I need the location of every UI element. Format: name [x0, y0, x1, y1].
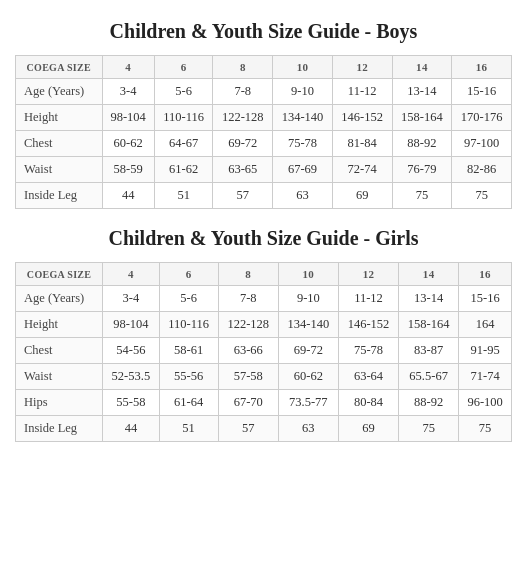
table-cell: 60-62	[102, 131, 154, 157]
table-cell: 57	[218, 416, 278, 442]
col-header-12: 12	[338, 263, 398, 286]
table-cell: 82-86	[452, 157, 512, 183]
row-label: Height	[16, 105, 103, 131]
table-row: Chest54-5658-6163-6669-7275-7883-8791-95	[16, 338, 512, 364]
table-cell: 91-95	[459, 338, 512, 364]
table-cell: 110-116	[154, 105, 213, 131]
girls-section-title: Children & Youth Size Guide - Girls	[15, 227, 512, 250]
table-cell: 75	[452, 183, 512, 209]
table-cell: 98-104	[102, 105, 154, 131]
table-cell: 58-61	[159, 338, 218, 364]
row-label: Height	[16, 312, 103, 338]
table-row: Inside Leg44515763697575	[16, 183, 512, 209]
table-row: Age (Years)3-45-67-89-1011-1213-1415-16	[16, 286, 512, 312]
table-cell: 158-164	[392, 105, 452, 131]
col-header-16: 16	[452, 56, 512, 79]
table-cell: 9-10	[273, 79, 333, 105]
table-cell: 110-116	[159, 312, 218, 338]
table-cell: 54-56	[103, 338, 159, 364]
row-label: Inside Leg	[16, 416, 103, 442]
table-cell: 3-4	[102, 79, 154, 105]
boys-size-table: COEGA SIZE46810121416 Age (Years)3-45-67…	[15, 55, 512, 209]
col-header-8: 8	[213, 56, 273, 79]
table-cell: 158-164	[399, 312, 459, 338]
col-header-4: 4	[103, 263, 159, 286]
table-cell: 63-65	[213, 157, 273, 183]
table-cell: 69	[332, 183, 392, 209]
table-row: Height98-104110-116122-128134-140146-152…	[16, 312, 512, 338]
table-cell: 75	[392, 183, 452, 209]
table-cell: 63	[278, 416, 338, 442]
table-cell: 71-74	[459, 364, 512, 390]
table-cell: 15-16	[459, 286, 512, 312]
col-header-4: 4	[102, 56, 154, 79]
table-cell: 57	[213, 183, 273, 209]
table-cell: 69-72	[278, 338, 338, 364]
table-cell: 73.5-77	[278, 390, 338, 416]
table-cell: 98-104	[103, 312, 159, 338]
table-cell: 146-152	[338, 312, 398, 338]
coega-size-header: COEGA SIZE	[16, 263, 103, 286]
table-row: Height98-104110-116122-128134-140146-152…	[16, 105, 512, 131]
table-cell: 5-6	[159, 286, 218, 312]
col-header-16: 16	[459, 263, 512, 286]
table-row: Inside Leg44515763697575	[16, 416, 512, 442]
table-cell: 13-14	[399, 286, 459, 312]
table-row: Waist52-53.555-5657-5860-6263-6465.5-677…	[16, 364, 512, 390]
row-label: Age (Years)	[16, 286, 103, 312]
row-label: Hips	[16, 390, 103, 416]
row-label: Waist	[16, 364, 103, 390]
girls-size-table: COEGA SIZE46810121416 Age (Years)3-45-67…	[15, 262, 512, 442]
col-header-14: 14	[392, 56, 452, 79]
table-cell: 11-12	[332, 79, 392, 105]
table-cell: 75	[459, 416, 512, 442]
table-cell: 69-72	[213, 131, 273, 157]
girls-header-row: COEGA SIZE46810121416	[16, 263, 512, 286]
table-cell: 146-152	[332, 105, 392, 131]
col-header-8: 8	[218, 263, 278, 286]
table-cell: 75-78	[338, 338, 398, 364]
table-cell: 55-58	[103, 390, 159, 416]
table-cell: 3-4	[103, 286, 159, 312]
col-header-10: 10	[278, 263, 338, 286]
table-cell: 61-62	[154, 157, 213, 183]
table-cell: 51	[159, 416, 218, 442]
table-cell: 72-74	[332, 157, 392, 183]
table-row: Age (Years)3-45-67-89-1011-1213-1415-16	[16, 79, 512, 105]
table-cell: 7-8	[218, 286, 278, 312]
table-cell: 15-16	[452, 79, 512, 105]
table-cell: 44	[102, 183, 154, 209]
col-header-14: 14	[399, 263, 459, 286]
table-cell: 170-176	[452, 105, 512, 131]
table-cell: 65.5-67	[399, 364, 459, 390]
table-cell: 9-10	[278, 286, 338, 312]
col-header-6: 6	[159, 263, 218, 286]
table-cell: 5-6	[154, 79, 213, 105]
table-cell: 122-128	[213, 105, 273, 131]
col-header-6: 6	[154, 56, 213, 79]
table-cell: 60-62	[278, 364, 338, 390]
table-cell: 134-140	[273, 105, 333, 131]
table-cell: 67-70	[218, 390, 278, 416]
row-label: Waist	[16, 157, 103, 183]
table-cell: 61-64	[159, 390, 218, 416]
table-cell: 57-58	[218, 364, 278, 390]
table-cell: 7-8	[213, 79, 273, 105]
table-cell: 88-92	[392, 131, 452, 157]
table-row: Waist58-5961-6263-6567-6972-7476-7982-86	[16, 157, 512, 183]
table-cell: 55-56	[159, 364, 218, 390]
table-cell: 51	[154, 183, 213, 209]
row-label: Inside Leg	[16, 183, 103, 209]
table-cell: 63-66	[218, 338, 278, 364]
table-cell: 88-92	[399, 390, 459, 416]
table-cell: 96-100	[459, 390, 512, 416]
table-cell: 63	[273, 183, 333, 209]
boys-section-title: Children & Youth Size Guide - Boys	[15, 20, 512, 43]
table-cell: 11-12	[338, 286, 398, 312]
table-cell: 75	[399, 416, 459, 442]
table-cell: 97-100	[452, 131, 512, 157]
table-cell: 44	[103, 416, 159, 442]
table-cell: 63-64	[338, 364, 398, 390]
table-cell: 164	[459, 312, 512, 338]
table-row: Chest60-6264-6769-7275-7881-8488-9297-10…	[16, 131, 512, 157]
